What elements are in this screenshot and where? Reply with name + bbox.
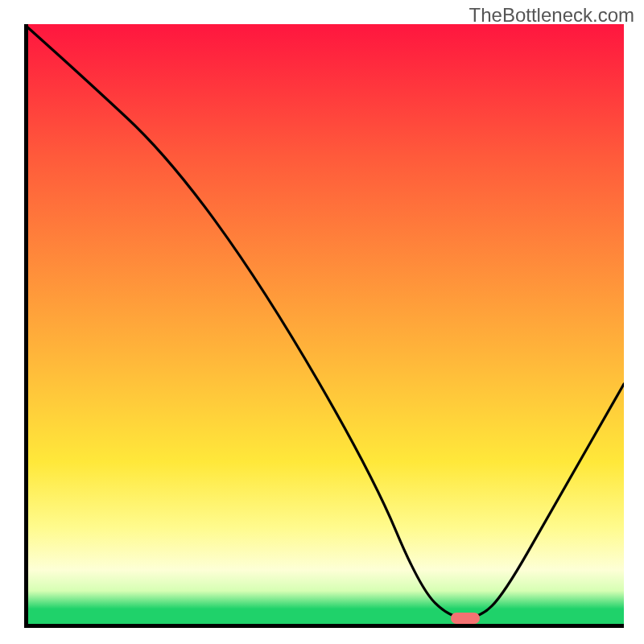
watermark-text: TheBottleneck.com <box>469 4 634 27</box>
chart-line-layer <box>24 24 624 624</box>
chart-marker <box>451 613 480 624</box>
chart-plot-area <box>24 24 624 624</box>
x-axis-line <box>24 624 624 628</box>
chart-curve <box>24 24 624 618</box>
